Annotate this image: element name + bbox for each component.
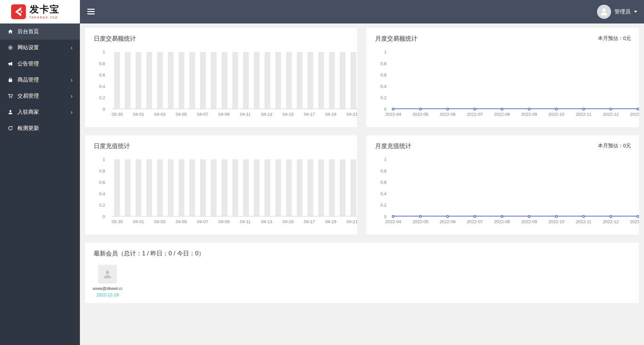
bar-background-stripe <box>125 159 131 216</box>
data-point-marker <box>555 108 558 110</box>
data-point-marker <box>528 108 531 110</box>
x-axis: 2022-042022-052022-062022-072022-082022-… <box>393 112 639 118</box>
y-axis-tick-label: 0.2 <box>99 203 105 208</box>
bar-background-stripe <box>179 52 184 109</box>
user-name: 管理员 <box>614 8 631 15</box>
data-point-marker <box>582 215 585 218</box>
x-axis-tick-label: 04-15 <box>282 112 293 117</box>
data-point-marker <box>392 215 395 218</box>
brand-text: 发卡宝 fakabao.top <box>30 4 60 19</box>
x-axis-tick-label: 2022-04 <box>385 219 401 224</box>
chevron-right-icon: › <box>71 77 73 83</box>
sidebar-item-label: 检测更新 <box>17 125 39 132</box>
bar-background-stripe <box>189 159 195 216</box>
x-axis-tick-label: 04-09 <box>218 112 229 117</box>
sidebar-item-check-updates[interactable]: 检测更新 <box>0 120 80 136</box>
bar-background-stripe <box>254 159 260 216</box>
bar-background-stripe <box>265 52 270 109</box>
bar-background-stripe <box>232 52 238 109</box>
daily-transactions-chart: 10.80.60.40.20 03-3004-0104-0304-0504-07… <box>85 28 357 127</box>
y-axis-tick-label: 1 <box>103 157 105 162</box>
x-axis-tick-label: 2023-01 <box>630 219 639 224</box>
x-axis-tick-label: 04-03 <box>154 112 166 117</box>
sidebar-item-announcements[interactable]: 公告管理 <box>0 56 80 72</box>
brand-domain: fakabao.top <box>30 15 60 19</box>
member-item[interactable]: www@dkewl.com 2022-12-19 <box>92 265 123 297</box>
data-point-marker <box>419 215 422 218</box>
recharge-chart-row: 日度充值统计 10.80.60.40.20 03-3004-0104-0304-… <box>85 135 639 235</box>
bar-background-stripe <box>125 52 131 109</box>
brand-logo[interactable]: 发卡宝 fakabao.top <box>0 0 80 23</box>
monthly-transactions-chart: 10.80.60.40.20 2022-042022-052022-062022… <box>366 28 639 127</box>
sidebar-item-site-settings[interactable]: 网站设置 › <box>0 40 80 56</box>
data-point-marker <box>419 108 422 110</box>
y-axis: 10.80.60.40.20 <box>366 52 390 109</box>
x-axis-tick-label: 2023-01 <box>630 112 639 117</box>
x-axis-tick-label: 04-19 <box>325 112 336 117</box>
bar-background-stripe <box>351 159 356 216</box>
sidebar: 后台首页 网站设置 › 公告管理 商品管理 › 交易管理 › 入驻商家 › <box>0 23 80 345</box>
y-axis-tick-label: 0.6 <box>380 180 386 185</box>
bar-background-stripe <box>200 159 206 216</box>
transactions-chart-row: 日度交易额统计 10.80.60.40.20 03-3004-0104-0304… <box>85 28 639 127</box>
bar-background-stripe <box>232 159 238 216</box>
bar-background-stripe <box>114 159 120 216</box>
y-axis-tick-label: 0.6 <box>99 180 105 185</box>
bar-background-stripe <box>157 159 163 216</box>
brand-name: 发卡宝 <box>30 4 60 15</box>
data-point-marker <box>609 215 612 218</box>
bar-background-stripe <box>340 52 346 109</box>
x-axis-tick-label: 2022-04 <box>385 112 401 117</box>
user-avatar-icon <box>600 7 608 16</box>
zero-value-line <box>393 108 639 109</box>
user-menu[interactable]: 管理员 <box>595 0 639 23</box>
sidebar-item-label: 后台首页 <box>17 28 39 35</box>
hamburger-menu-icon[interactable] <box>87 9 95 16</box>
member-avatar-icon <box>102 269 112 279</box>
bar-background-stripe <box>179 159 184 216</box>
y-axis-tick-label: 0.4 <box>380 191 386 196</box>
bar-background-stripe <box>222 52 227 109</box>
bar-background-stripe <box>318 159 324 216</box>
bar-background-stripe <box>254 52 260 109</box>
data-point-marker <box>392 108 395 110</box>
sidebar-item-label: 商品管理 <box>17 77 39 84</box>
x-axis-tick-label: 03-30 <box>111 219 123 224</box>
x-axis: 03-3004-0104-0304-0504-0704-0904-1104-13… <box>112 112 357 118</box>
x-axis-tick-label: 04-03 <box>154 219 166 224</box>
bar-background-stripe <box>146 159 152 216</box>
bar-background-stripe <box>297 52 303 109</box>
data-point-marker <box>446 215 449 218</box>
data-point-marker <box>582 108 585 110</box>
sidebar-item-dashboard[interactable]: 后台首页 <box>0 23 80 40</box>
x-axis-tick-label: 2022-09 <box>521 112 537 117</box>
x-axis-tick-label: 04-21 <box>347 112 357 117</box>
x-axis-tick-label: 2022-08 <box>494 219 510 224</box>
x-axis-tick-label: 2022-12 <box>603 219 619 224</box>
gear-icon <box>7 45 13 51</box>
y-axis-tick-label: 0 <box>103 107 105 112</box>
y-axis: 10.80.60.40.20 <box>85 52 108 109</box>
brand-logo-icon <box>11 4 26 19</box>
bar-background-stripe <box>157 52 163 109</box>
y-axis-tick-label: 0.2 <box>380 203 386 208</box>
bar-background-stripe <box>340 159 346 216</box>
data-point-marker <box>473 108 476 110</box>
x-axis-tick-label: 04-13 <box>261 112 272 117</box>
bar-background-stripe <box>211 159 217 216</box>
cart-icon <box>7 93 13 99</box>
x-axis-tick-label: 2022-08 <box>494 112 510 117</box>
bar-background-stripe <box>329 52 335 109</box>
bar-background-stripe <box>136 159 141 216</box>
x-axis-tick-label: 2022-10 <box>548 219 564 224</box>
bar-background-stripe <box>189 52 195 109</box>
member-join-date[interactable]: 2022-12-19 <box>92 292 123 297</box>
data-point-marker <box>473 215 476 218</box>
x-axis-tick-label: 04-07 <box>197 219 208 224</box>
sidebar-item-merchants[interactable]: 入驻商家 › <box>0 104 80 120</box>
data-point-marker <box>609 108 612 110</box>
sidebar-item-transactions[interactable]: 交易管理 › <box>0 88 80 104</box>
x-axis: 2022-042022-052022-062022-072022-082022-… <box>393 219 639 226</box>
x-axis-tick-label: 2022-05 <box>412 219 428 224</box>
sidebar-item-products[interactable]: 商品管理 › <box>0 72 80 88</box>
